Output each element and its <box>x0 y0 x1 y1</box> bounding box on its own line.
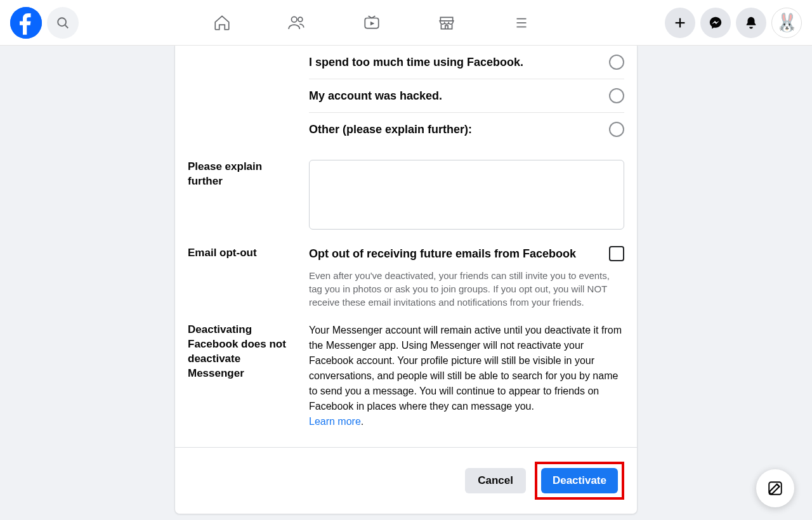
reason-label: Other (please explain further): <box>309 123 472 136</box>
nav-watch[interactable] <box>337 5 407 41</box>
explain-label: Please explain further <box>188 160 299 232</box>
reason-other[interactable]: Other (please explain further): <box>309 113 624 146</box>
optout-title: Opt out of receiving future emails from … <box>309 247 576 261</box>
nav-home[interactable] <box>187 5 257 41</box>
radio-icon <box>609 122 624 137</box>
compose-fab[interactable] <box>756 469 794 507</box>
deactivate-card: I spend too much time using Facebook. My… <box>174 46 638 514</box>
svg-point-4 <box>298 17 303 22</box>
svg-point-3 <box>291 16 297 22</box>
deactivate-button[interactable]: Deactivate <box>541 468 618 493</box>
nav-menu[interactable] <box>487 5 556 41</box>
radio-icon <box>609 88 624 103</box>
reason-label: I spend too much time using Facebook. <box>309 56 523 69</box>
nav-friends[interactable] <box>262 5 332 41</box>
top-nav: 🐰 <box>0 0 812 46</box>
profile-avatar[interactable]: 🐰 <box>771 8 802 38</box>
svg-point-1 <box>58 18 66 26</box>
nav-marketplace[interactable] <box>412 5 481 41</box>
search-button[interactable] <box>47 7 79 39</box>
reason-label: My account was hacked. <box>309 89 442 103</box>
deactivate-highlight: Deactivate <box>535 462 624 500</box>
reason-list: I spend too much time using Facebook. My… <box>309 46 624 146</box>
optout-hint: Even after you've deactivated, your frie… <box>309 269 624 309</box>
optout-checkbox[interactable] <box>609 246 624 261</box>
notifications-button[interactable] <box>736 8 766 38</box>
reason-hacked[interactable]: My account was hacked. <box>309 79 624 113</box>
learn-more-link[interactable]: Learn more <box>309 416 361 427</box>
explain-textarea[interactable] <box>309 160 624 230</box>
svg-line-2 <box>65 25 69 28</box>
facebook-logo[interactable] <box>10 7 42 39</box>
messenger-button[interactable] <box>700 8 731 38</box>
messenger-body: Your Messenger account will remain activ… <box>309 325 622 412</box>
card-footer: Cancel Deactivate <box>175 447 637 514</box>
create-button[interactable] <box>665 8 695 38</box>
svg-rect-11 <box>769 482 782 495</box>
reason-too-much-time[interactable]: I spend too much time using Facebook. <box>309 46 624 79</box>
cancel-button[interactable]: Cancel <box>465 468 526 493</box>
radio-icon <box>609 55 624 70</box>
optout-section-label: Email opt-out <box>188 246 299 309</box>
messenger-section-label: Deactivating Facebook does not deactivat… <box>188 323 299 429</box>
